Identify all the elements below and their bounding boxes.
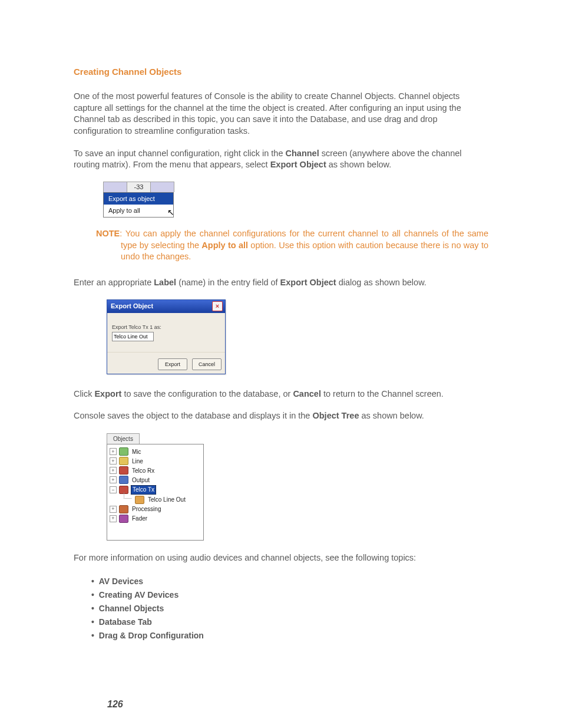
tree-item-telco-rx[interactable]: + Telco Rx	[110, 466, 201, 475]
export-button[interactable]: Export	[158, 358, 187, 370]
expand-icon[interactable]: +	[110, 515, 117, 522]
export-name-input[interactable]	[112, 332, 154, 341]
gain-seg-left	[103, 182, 127, 192]
export-dialog-figure: Export Object × Export Telco Tx 1 as: Ex…	[107, 299, 488, 374]
mic-icon	[119, 447, 128, 456]
cancel-button[interactable]: Cancel	[192, 358, 222, 370]
dialog-titlebar: Export Object ×	[107, 300, 225, 313]
close-icon[interactable]: ×	[212, 301, 223, 311]
topic-link-database-tab[interactable]: Database Tab	[91, 615, 488, 629]
tree-connector-icon	[124, 492, 131, 499]
paragraph-more-info: For more information on using audio devi…	[74, 552, 488, 564]
tree-item-processing[interactable]: + Processing	[110, 505, 201, 514]
note-label: NOTE	[96, 229, 120, 238]
tree-item-line[interactable]: + Line	[110, 456, 201, 466]
paragraph-enter-label: Enter an appropriate Label (name) in the…	[74, 277, 488, 289]
expand-icon[interactable]: +	[110, 476, 117, 483]
paragraph-object-tree: Console saves the object to the database…	[74, 410, 488, 422]
context-menu-item-apply-to-all[interactable]: Apply to all	[104, 205, 173, 217]
tab-objects[interactable]: Objects	[107, 433, 140, 444]
context-menu-figure: -33 Export as object Apply to all ↖	[103, 182, 488, 218]
topic-link-creating-av[interactable]: Creating AV Devices	[91, 588, 488, 602]
gain-seg-right	[150, 182, 174, 192]
gain-readout: -33	[127, 182, 151, 192]
export-field-label: Export Telco Tx 1 as:	[112, 324, 220, 331]
expand-icon[interactable]: +	[110, 467, 117, 474]
tree-item-output[interactable]: + Output	[110, 475, 201, 485]
topic-link-channel-objects[interactable]: Channel Objects	[91, 602, 488, 615]
processing-icon	[119, 505, 128, 513]
telco-rx-icon	[119, 466, 128, 475]
object-tree-panel: + Mic + Line + Telco Rx	[107, 444, 204, 541]
section-heading: Creating Channel Objects	[74, 66, 488, 78]
export-object-dialog: Export Object × Export Telco Tx 1 as: Ex…	[107, 299, 226, 374]
expand-icon[interactable]: +	[110, 457, 117, 465]
topics-list: AV Devices Creating AV Devices Channel O…	[91, 575, 488, 642]
tree-item-mic[interactable]: + Mic	[110, 447, 201, 456]
paragraph-click-export: Click Export to save the configuration t…	[74, 388, 488, 400]
context-menu: Export as object Apply to all ↖	[103, 192, 174, 218]
paragraph-intro: One of the most powerful features of Con…	[74, 91, 488, 137]
note-block: NOTE: You can apply the channel configur…	[74, 228, 488, 263]
output-icon	[119, 476, 128, 484]
expand-icon[interactable]: +	[110, 506, 117, 513]
collapse-icon[interactable]: −	[110, 486, 117, 493]
object-tree-figure: Objects + Mic + Line +	[107, 433, 488, 541]
tree-item-telco-line-out[interactable]: Telco Line Out	[110, 495, 201, 505]
paragraph-rightclick: To save an input channel configuration, …	[74, 148, 488, 171]
context-menu-item-export-as-object[interactable]: Export as object	[104, 193, 173, 205]
topic-link-drag-drop[interactable]: Drag & Drop Configuration	[91, 629, 488, 643]
line-icon	[119, 457, 128, 465]
fader-icon	[119, 515, 128, 523]
document-body: Creating Channel Objects One of the most…	[74, 66, 488, 642]
block-icon	[135, 496, 144, 504]
dialog-title: Export Object	[111, 302, 153, 311]
page-number: 126	[107, 699, 123, 710]
expand-icon[interactable]: +	[110, 448, 117, 455]
topic-link-av-devices[interactable]: AV Devices	[91, 575, 488, 588]
tree-item-fader[interactable]: + Fader	[110, 514, 201, 523]
